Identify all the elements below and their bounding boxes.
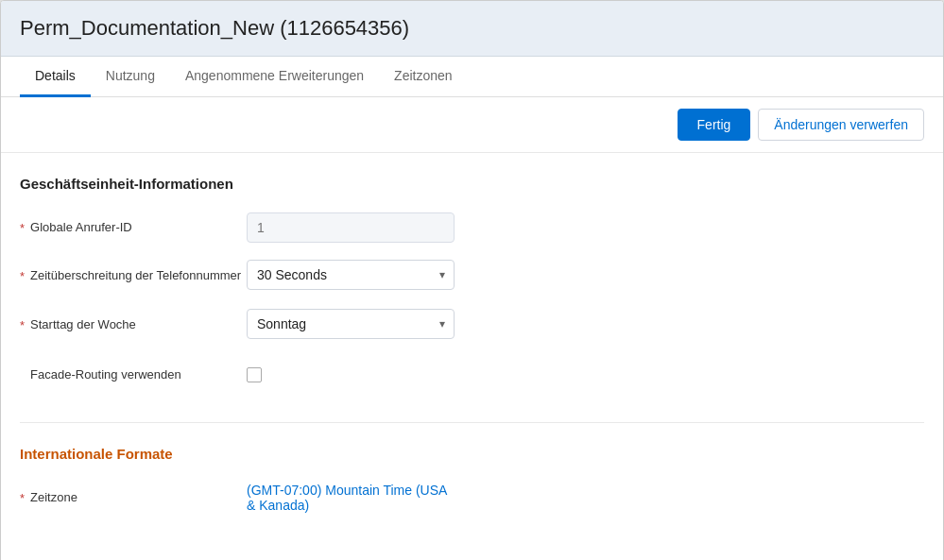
label-anrufer-id: Globale Anrufer-ID [30, 219, 132, 236]
section2-title: Internationale Formate [20, 446, 924, 462]
zeitzone-link[interactable]: (GMT-07:00) Mountain Time (USA & Kanada) [247, 483, 447, 513]
zeituberschreitung-select[interactable]: 30 Seconds 60 Seconds 90 Seconds 120 Sec… [247, 260, 455, 290]
label-group-starttag: * Starttag der Woche [20, 309, 247, 333]
select-wrap-starttag: Sonntag Montag Dienstag Mittwoch Donners… [247, 309, 455, 339]
page-title: Perm_Documentation_New (1126654356) [20, 16, 924, 41]
label-starttag: Starttag der Woche [30, 316, 136, 333]
form-row-zeitzone: * Zeitzone (GMT-07:00) Mountain Time (US… [20, 481, 924, 515]
label-zeituberschreitung: Zeitüberschreitung der Telefonnummer [30, 267, 241, 284]
label-group-zeitzone: * Zeitzone [20, 489, 247, 506]
discard-button[interactable]: Änderungen verwerfen [758, 109, 924, 141]
required-star-zeitzone: * [20, 491, 25, 505]
tab-nutzung[interactable]: Nutzung [91, 57, 170, 97]
facade-checkbox[interactable] [247, 367, 262, 382]
label-group-zeituberschreitung: * Zeitüberschreitung der Telefonnummer [20, 260, 247, 284]
required-star-anrufer-id: * [20, 221, 25, 235]
label-facade: Facade-Routing verwenden [30, 366, 181, 383]
title-bar: Perm_Documentation_New (1126654356) [1, 1, 943, 57]
tab-zeitzonen[interactable]: Zeitzonen [379, 57, 467, 97]
geschaeftseinheit-section: Geschäftseinheit-Informationen * Globale… [20, 176, 924, 392]
section-divider [20, 422, 924, 423]
anrufer-id-input[interactable] [247, 212, 455, 243]
label-group-facade: * Facade-Routing verwenden [20, 366, 247, 383]
form-row-anrufer-id: * Globale Anrufer-ID [20, 211, 924, 245]
label-group-anrufer-id: * Globale Anrufer-ID [20, 219, 247, 236]
required-star-starttag: * [20, 318, 25, 332]
control-zeituberschreitung: 30 Seconds 60 Seconds 90 Seconds 120 Sec… [247, 260, 455, 290]
form-row-facade: * Facade-Routing verwenden [20, 358, 924, 392]
main-window: Perm_Documentation_New (1126654356) Deta… [0, 0, 944, 560]
toolbar: Fertig Änderungen verwerfen [1, 97, 943, 153]
form-row-starttag: * Starttag der Woche Sonntag Montag Dien… [20, 309, 924, 343]
tab-angenommene[interactable]: Angenommene Erweiterungen [170, 57, 379, 97]
content-area: Geschäftseinheit-Informationen * Globale… [1, 153, 943, 560]
required-star-zeituberschreitung: * [20, 269, 25, 283]
control-facade [247, 367, 455, 382]
select-wrap-zeituberschreitung: 30 Seconds 60 Seconds 90 Seconds 120 Sec… [247, 260, 455, 290]
section1-title: Geschäftseinheit-Informationen [20, 176, 924, 192]
tab-details[interactable]: Details [20, 57, 91, 97]
starttag-select[interactable]: Sonntag Montag Dienstag Mittwoch Donners… [247, 309, 455, 339]
form-row-zeituberschreitung: * Zeitüberschreitung der Telefonnummer 3… [20, 260, 924, 294]
internationale-section: Internationale Formate * Zeitzone (GMT-0… [20, 446, 924, 515]
label-zeitzone: Zeitzone [30, 489, 77, 506]
control-starttag: Sonntag Montag Dienstag Mittwoch Donners… [247, 309, 455, 339]
fertig-button[interactable]: Fertig [678, 109, 751, 141]
control-anrufer-id [247, 212, 455, 243]
tab-bar: Details Nutzung Angenommene Erweiterunge… [1, 57, 943, 97]
control-zeitzone: (GMT-07:00) Mountain Time (USA & Kanada) [247, 483, 455, 513]
